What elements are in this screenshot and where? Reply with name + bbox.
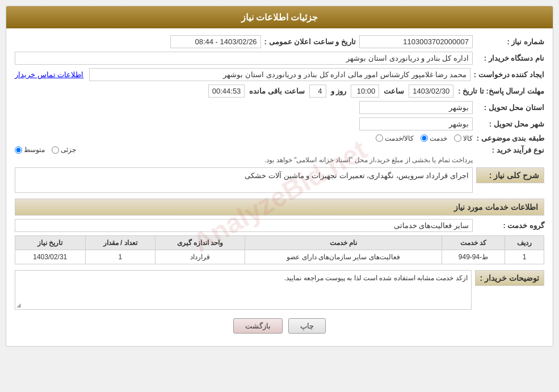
province-value: بوشهر (359, 101, 473, 114)
category-option-service[interactable]: خدمت (421, 134, 447, 142)
deadline-date: 1403/02/30 (409, 85, 453, 98)
need-desc-label: شرح کلی نیاز : (476, 167, 544, 183)
cell-row: 1 (505, 250, 544, 264)
category-option-goods-service[interactable]: کالا/خدمت (376, 134, 414, 142)
remaining-label: ساعت باقی مانده (249, 87, 304, 95)
print-button[interactable]: چاپ (288, 318, 326, 334)
service-group-label: گروه خدمت : (476, 221, 544, 230)
col-date: تاریخ نیاز (15, 236, 86, 250)
creator-value: محمد رضا غلامپور کارشناس امور مالی اداره… (89, 68, 470, 81)
buyer-notes-content: ازکد خدمت مشابه استفاده شده است لذا به پ… (15, 270, 472, 310)
need-desc-value: اجرای قرارداد سرویس، نگهداری، تعمیرات تج… (15, 167, 473, 193)
process-label: نوع فرآیند خرید : (476, 146, 544, 154)
back-button[interactable]: بازگشت (233, 318, 283, 334)
category-option-goods[interactable]: کالا (454, 134, 473, 142)
page-title: جزئیات اطلاعات نیاز (6, 6, 553, 28)
announce-value: 1403/02/26 - 08:44 (170, 35, 261, 48)
cell-code: ط-94-949 (442, 250, 505, 264)
process-option-medium[interactable]: متوسط (15, 146, 45, 154)
cell-name: فعالیت‌های سایر سازمان‌های دارای عضو (245, 250, 442, 264)
cell-qty: 1 (85, 250, 155, 264)
table-row: 1 ط-94-949 فعالیت‌های سایر سازمان‌های دا… (15, 250, 544, 264)
col-name: نام خدمت (245, 236, 442, 250)
buyer-notes-label: توضیحات خریدار : (475, 270, 544, 286)
deadline-days: 4 (309, 85, 326, 98)
process-desc: پرداخت تمام یا بخشی از مبلغ خرید،از محل … (15, 156, 473, 164)
cell-date: 1403/02/31 (15, 250, 86, 264)
announce-label: تاریخ و ساعت اعلان عمومی : (264, 37, 356, 46)
province-label: استان محل تحویل : (476, 103, 544, 112)
creator-label: ایجاد کننده درخواست : (474, 70, 544, 79)
creator-link[interactable]: اطلاعات تماس خریدار (15, 70, 83, 79)
col-code: کد خدمت (442, 236, 505, 250)
deadline-time: 10:00 (351, 85, 379, 98)
city-label: شهر محل تحویل : (476, 120, 544, 128)
need-number-value: 1103003702000007 (359, 35, 473, 48)
col-qty: تعداد / مقدار (85, 236, 155, 250)
deadline-time-label: ساعت (384, 87, 404, 95)
buyer-value: اداره کل بنادر و دریانوردی استان بوشهر (15, 52, 473, 65)
response-deadline-label: مهلت ارسال پاسخ: تا تاریخ : (458, 87, 544, 95)
col-row: ردیف (505, 236, 544, 250)
service-info-header: اطلاعات خدمات مورد نیاز (15, 199, 544, 216)
service-group-value: سایر فعالیت‌های خدماتی (15, 219, 473, 232)
services-table: ردیف کد خدمت نام خدمت واحد اندازه گیری ت… (15, 235, 544, 264)
remaining-time: 00:44:53 (208, 85, 245, 98)
buyer-label: نام دستگاه خریدار : (476, 54, 544, 62)
buyer-notes-text: ازکد خدمت مشابه استفاده شده است لذا به پ… (284, 274, 468, 282)
category-label: طبقه بندی موضوعی : (476, 134, 544, 142)
need-number-label: شماره نیاز : (476, 37, 544, 46)
cell-unit: قرارداد (155, 250, 245, 264)
deadline-days-label: روز و (331, 87, 347, 95)
process-option-small[interactable]: جزئی (52, 146, 76, 154)
col-unit: واحد اندازه گیری (155, 236, 245, 250)
resize-handle-notes: ◢ (16, 302, 21, 308)
category-options: کالا/خدمت خدمت کالا (376, 134, 473, 142)
process-options: متوسط جزئی (15, 146, 473, 154)
city-value: بوشهر (359, 117, 473, 130)
